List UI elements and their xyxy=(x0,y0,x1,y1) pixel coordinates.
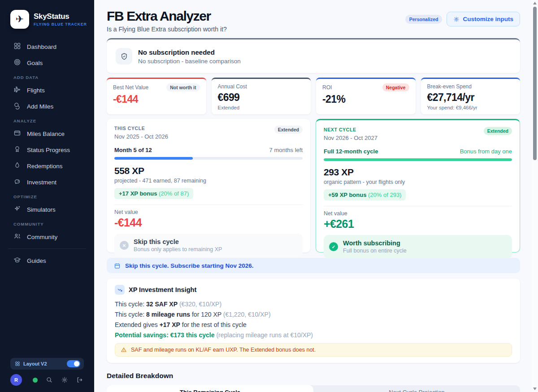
uxp-warning: SAF and mileage runs on KL/AF earn UXP. … xyxy=(115,343,512,357)
net-value: +€261 xyxy=(324,218,512,231)
customize-inputs-button[interactable]: Customize inputs xyxy=(447,12,520,26)
warning-text: SAF and mileage runs on KL/AF earn UXP. … xyxy=(131,347,316,353)
xp-bonus-pill: +59 XP bonus (20% of 293) xyxy=(324,189,406,200)
divider xyxy=(114,205,303,205)
customize-inputs-label: Customize inputs xyxy=(463,16,513,22)
page-title: FB Extra Analyzer xyxy=(107,9,227,23)
gear-icon[interactable] xyxy=(61,376,68,383)
stat-value: -€144 xyxy=(113,93,200,105)
net-value-label: Net value xyxy=(324,210,512,217)
insight-line: Extended gives +17 XP for the rest of th… xyxy=(115,320,512,330)
status-badge: Negative xyxy=(382,83,409,91)
sidebar-item-label: Flights xyxy=(27,87,45,94)
divider xyxy=(324,206,512,206)
this-cycle-card: THIS CYCLE Nov 2025 - Oct 2026 Extended … xyxy=(107,119,310,253)
xp-bonus-note: (20% of 87) xyxy=(159,190,189,197)
logout-icon[interactable] xyxy=(76,376,83,383)
xp-bonus-pill: +17 XP bonus (20% of 87) xyxy=(114,188,193,199)
sidebar-item-dashboard[interactable]: Dashboard xyxy=(0,39,94,55)
trending-icon xyxy=(115,285,125,295)
sidebar-item-goals[interactable]: Goals xyxy=(0,55,94,71)
stat-value: -21% xyxy=(322,93,409,105)
cycle-period: Nov 2025 - Oct 2026 xyxy=(114,133,168,140)
sidebar-item-investment[interactable]: Investment xyxy=(0,174,94,190)
nav-section-optimize: OPTIMIZE xyxy=(0,190,94,201)
flame-icon xyxy=(13,161,21,170)
layout-v2-switch[interactable] xyxy=(67,360,80,367)
sidebar: ✈ SkyStatus FLYING BLUE TRACKER Dashboar… xyxy=(0,0,94,392)
verdict-subtitle: Bonus only applies to remaining XP xyxy=(134,246,222,253)
stats-row: Best Net Value Not worth it -€144 Annual… xyxy=(107,78,520,114)
xp-bonus-value: +17 XP bonus xyxy=(119,190,157,197)
sidebar-item-label: Miles Balance xyxy=(27,131,65,137)
scrollbar[interactable] xyxy=(532,0,538,392)
grid-icon xyxy=(15,361,20,366)
sidebar-item-miles-balance[interactable]: Miles Balance xyxy=(0,126,94,142)
recommendation-title: No subscription needed xyxy=(138,48,241,56)
sidebar-item-add-miles[interactable]: Add Miles xyxy=(0,98,94,114)
sidebar-item-label: Dashboard xyxy=(27,44,56,50)
shield-check-icon xyxy=(116,48,132,65)
sidebar-item-label: Investment xyxy=(27,179,56,186)
stat-value: €27,714/yr xyxy=(427,91,514,104)
grid-icon xyxy=(13,42,21,51)
nav-section-community: COMMUNITY xyxy=(0,218,94,229)
xp-subtitle: organic pattern - your flights only xyxy=(324,179,512,185)
tab-next-cycle-projection[interactable]: Next Cycle Projection xyxy=(313,385,520,392)
x-circle-icon: ✕ xyxy=(120,241,129,250)
divider xyxy=(8,248,86,249)
cycle-verdict: ✕ Skip this cycle Bonus only applies to … xyxy=(114,234,303,257)
sidebar-item-label: Simulators xyxy=(27,206,56,213)
detailed-breakdown-title: Detailed Breakdown xyxy=(107,372,520,380)
piggy-bank-icon xyxy=(13,178,21,187)
users-icon xyxy=(13,232,21,241)
insight-title: XP Investment Insight xyxy=(129,286,196,293)
sidebar-item-label: Goals xyxy=(27,60,43,66)
gear-icon xyxy=(453,16,460,22)
sidebar-item-guides[interactable]: Guides xyxy=(0,253,94,269)
sidebar-item-redemptions[interactable]: Redemptions xyxy=(0,158,94,174)
tab-this-remaining-cycle[interactable]: This Remaining Cycle xyxy=(107,385,313,392)
scroll-down-arrow[interactable] xyxy=(533,388,537,390)
brand-tagline: FLYING BLUE TRACKER xyxy=(34,22,87,26)
sidebar-item-simulators[interactable]: Simulators xyxy=(0,201,94,218)
stat-card-break-even: Break-even Spend €27,714/yr Your spend: … xyxy=(421,78,521,114)
scroll-up-arrow[interactable] xyxy=(533,2,537,4)
sidebar-item-status-progress[interactable]: Status Progress xyxy=(0,142,94,158)
verdict-subtitle: Full bonus on entire cycle xyxy=(343,248,407,254)
extended-badge: Extended xyxy=(274,126,303,134)
plane-icon xyxy=(13,86,21,95)
graduation-cap-icon xyxy=(13,256,21,265)
cycle-label: NEXT CYCLE xyxy=(324,127,377,132)
cycle-period: Nov 2026 - Oct 2027 xyxy=(324,135,377,141)
timing-recommendation-banner: Skip this cycle. Subscribe starting Nov … xyxy=(107,258,520,273)
page-subtitle: Is a Flying Blue Extra subscription wort… xyxy=(107,26,227,33)
stat-label: Best Net Value xyxy=(113,84,148,91)
sidebar-item-label: Community xyxy=(27,234,57,240)
cycle-verdict: ✓ Worth subscribing Full bonus on entire… xyxy=(324,235,512,258)
extended-badge: Extended xyxy=(484,127,512,135)
sidebar-item-label: Status Progress xyxy=(27,147,70,153)
sidebar-item-label: Redemptions xyxy=(27,163,63,170)
check-circle-icon: ✓ xyxy=(329,242,338,251)
recommendation-banner: No subscription needed No subscription -… xyxy=(107,38,520,73)
stat-sub: Your spend: €9,466/yr xyxy=(427,105,514,110)
net-value-label: Net value xyxy=(114,209,303,215)
stat-card-roi: ROI Negative -21% xyxy=(316,78,416,114)
sidebar-item-community[interactable]: Community xyxy=(0,229,94,245)
medal-icon xyxy=(13,145,21,154)
avatar[interactable]: R xyxy=(10,374,22,386)
layout-v2-toggle-row[interactable]: Layout V2 xyxy=(10,358,84,370)
personalized-badge: Personalized xyxy=(405,15,443,24)
sidebar-item-flights[interactable]: Flights xyxy=(0,82,94,98)
progress-bar xyxy=(324,158,512,161)
search-icon[interactable] xyxy=(46,376,53,383)
net-value: -€144 xyxy=(114,216,303,229)
layout-toggle-label: Layout V2 xyxy=(23,361,67,366)
scrollbar-thumb[interactable] xyxy=(533,7,537,160)
progress-label: Month 5 of 12 xyxy=(114,147,152,153)
stat-sub: Extended xyxy=(218,105,305,110)
cycle-label: THIS CYCLE xyxy=(114,126,168,131)
stat-card-annual-cost: Annual Cost €699 Extended xyxy=(212,78,311,114)
recommendation-subtitle: No subscription - baseline comparison xyxy=(138,58,241,65)
